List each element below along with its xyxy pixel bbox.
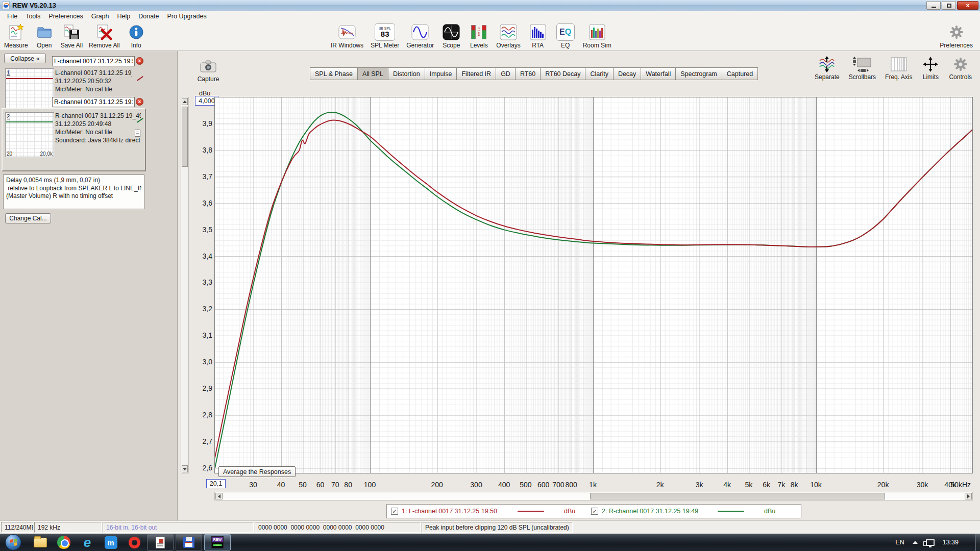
menu-item[interactable]: File — [3, 12, 21, 21]
measure-button[interactable]: Measure — [4, 23, 28, 49]
measurement-1-name-input[interactable] — [52, 56, 135, 66]
legend-2-label[interactable]: 2: R-channel 0017 31.12.25 19:49 — [602, 508, 714, 515]
x-tick-label: 400 — [498, 481, 510, 489]
controls-gear-icon — [953, 55, 968, 73]
save-all-button[interactable]: Save All — [61, 23, 83, 49]
scroll-up-arrow[interactable] — [182, 98, 188, 105]
graph-tab[interactable]: RT60 — [515, 67, 541, 80]
x-tick-label: 80 — [344, 481, 352, 489]
taskbar-opera-button[interactable] — [122, 534, 146, 550]
graph-tab[interactable]: Clarity — [585, 67, 613, 80]
remove-all-icon — [95, 23, 113, 41]
menu-item[interactable]: Donate — [134, 12, 163, 21]
generator-button[interactable]: Generator — [406, 23, 434, 49]
info-label: Info — [131, 42, 141, 49]
legend-1-checkbox[interactable]: ✓ — [391, 508, 398, 515]
rew-application-window: REW V5.20.13 × FileToolsPreferencesGraph… — [0, 0, 980, 551]
graph-tab[interactable]: Filtered IR — [456, 67, 496, 80]
keyboard-language-indicator[interactable]: EN — [895, 539, 904, 546]
start-button[interactable] — [5, 534, 21, 550]
change-cal-button[interactable]: Change Cal... — [5, 213, 51, 223]
controls-button[interactable]: Controls — [949, 55, 972, 81]
collapse-panel-button[interactable]: Collapse « — [4, 54, 46, 63]
measurement-1-delete-button[interactable]: × — [136, 57, 143, 65]
taskbar-document-app-button[interactable] — [147, 534, 174, 550]
remove-all-button[interactable]: Remove All — [89, 23, 120, 49]
spl-meter-button[interactable]: dB SPL83 SPL Meter — [371, 23, 399, 49]
preferences-button[interactable]: Preferences — [940, 23, 973, 49]
info-button[interactable]: Info — [126, 23, 146, 49]
menu-item[interactable]: Tools — [21, 12, 44, 21]
menu-item[interactable]: Preferences — [44, 12, 87, 21]
scroll-down-arrow[interactable] — [182, 465, 188, 472]
levels-button[interactable]: 0369 Levels — [469, 23, 489, 49]
measurement-2-notes-icon[interactable] — [135, 130, 140, 137]
capture-button[interactable]: Capture — [196, 57, 220, 83]
measurement-1-number: 1 — [7, 69, 10, 76]
room-sim-icon — [589, 23, 606, 41]
measurement-1-color-swatch[interactable] — [135, 76, 142, 83]
taskbar-explorer-button[interactable] — [29, 534, 52, 550]
taskbar-ie-button[interactable]: e — [76, 534, 99, 550]
vertical-scrollbar-thumb[interactable] — [182, 107, 188, 167]
graph-tab[interactable]: Captured — [722, 67, 758, 80]
minimize-button[interactable] — [926, 1, 941, 10]
graph-tab[interactable]: GD — [496, 67, 516, 80]
freq-axis-button[interactable]: Freq. Axis — [885, 55, 912, 81]
scrollbars-button[interactable]: Scrollbars — [849, 55, 876, 81]
separate-button[interactable]: Separate — [815, 55, 840, 81]
legend-1-label[interactable]: 1: L-channel 0017 31.12.25 19:50 — [402, 508, 514, 515]
taskbar-save-app-button[interactable] — [176, 534, 202, 550]
graph-tab[interactable]: RT60 Decay — [540, 67, 585, 80]
horizontal-scrollbar-thumb[interactable] — [590, 493, 886, 499]
maximize-button[interactable] — [942, 1, 956, 10]
x-tick-label: 700 — [552, 481, 564, 489]
menu-item[interactable]: Help — [113, 12, 135, 21]
limits-button[interactable]: Limits — [921, 55, 940, 81]
close-button[interactable]: × — [957, 1, 978, 10]
ir-windows-button[interactable]: IR Windows — [331, 23, 363, 49]
open-button[interactable]: Open — [34, 23, 55, 49]
graph-tab[interactable]: Waterfall — [641, 67, 676, 80]
graph-tab[interactable]: All SPL — [357, 67, 388, 80]
limits-label: Limits — [923, 73, 939, 81]
taskbar-chrome-button[interactable] — [52, 534, 76, 550]
title-bar: REW V5.20.13 × — [0, 0, 980, 11]
average-responses-button[interactable]: Average the Responses — [218, 466, 296, 477]
show-desktop-button[interactable] — [975, 534, 980, 551]
scope-button[interactable]: Scope — [441, 23, 461, 49]
measurement-2-thumbnail[interactable]: 2 20 20,0k — [5, 112, 54, 157]
menu-item[interactable]: Pro Upgrades — [163, 12, 211, 21]
legend-2-checkbox[interactable]: ✓ — [591, 508, 598, 515]
room-sim-button[interactable]: Room Sim — [583, 23, 611, 49]
horizontal-scrollbar[interactable] — [214, 492, 973, 500]
measurement-1-thumbnail[interactable]: 1 20 20,0k — [5, 68, 54, 114]
measurement-2-name-input[interactable] — [52, 97, 135, 107]
rta-icon — [529, 23, 547, 41]
graph-tab[interactable]: Spectrogram — [675, 67, 722, 80]
network-icon[interactable] — [926, 539, 935, 546]
graph-tab[interactable]: SPL & Phase — [310, 67, 358, 80]
spl-chart-plot-area[interactable] — [214, 97, 973, 473]
measurement-2-mic-info: Mic/Meter: No cal file — [55, 129, 141, 137]
measurement-2-delete-button[interactable]: × — [136, 98, 143, 106]
scroll-left-arrow[interactable] — [215, 493, 223, 499]
x-tick-label: 60 — [316, 481, 325, 489]
vertical-scrollbar[interactable] — [181, 97, 189, 473]
taskbar-rew-button[interactable]: REW — [204, 534, 231, 550]
taskbar-maxthon-button[interactable]: m — [99, 534, 122, 550]
measurement-2-color-swatch[interactable] — [135, 117, 142, 124]
clock[interactable]: 13:39 — [943, 539, 959, 546]
graph-tab[interactable]: Impulse — [425, 67, 457, 80]
y-tick-label: 2,8 — [203, 411, 212, 419]
overlays-button[interactable]: Overlays — [496, 23, 520, 49]
workspace: Collapse « × 1 20 20,0k L-channel 0017 3… — [0, 51, 980, 520]
rta-button[interactable]: RTA — [528, 23, 548, 49]
graph-tab[interactable]: Decay — [613, 67, 641, 80]
show-hidden-icons-button[interactable] — [913, 541, 918, 544]
menu-item[interactable]: Graph — [87, 12, 113, 21]
eq-button[interactable]: EQ EQ — [555, 23, 576, 49]
graph-tab[interactable]: Distortion — [388, 67, 425, 80]
x-axis-tick-labels: 3040506070801002003004005006007008001k2k… — [214, 481, 973, 490]
scroll-right-arrow[interactable] — [965, 493, 972, 499]
